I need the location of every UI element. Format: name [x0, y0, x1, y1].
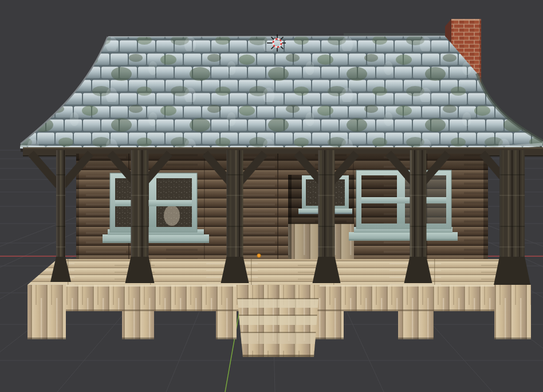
- foundation-pier: [398, 311, 434, 339]
- porch-deck: [27, 259, 519, 285]
- post-shaft: [410, 150, 427, 262]
- post-edge-highlight: [56, 150, 58, 262]
- viewport-3d[interactable]: [0, 0, 543, 392]
- foundation-pier: [27, 285, 66, 339]
- post-shaft: [318, 150, 335, 262]
- pier-bottom-shadow: [312, 338, 344, 339]
- pier-bottom-shadow: [398, 338, 434, 339]
- cabin-object[interactable]: [20, 19, 543, 357]
- foundation-pier: [122, 311, 154, 339]
- foundation-pier: [216, 311, 237, 339]
- pier-bottom-shadow: [122, 338, 154, 339]
- front-steps: [234, 285, 321, 357]
- pier-bottom-shadow: [494, 338, 531, 339]
- post-shaft: [499, 150, 525, 262]
- post-base: [494, 257, 530, 285]
- foundation-pier: [494, 285, 531, 339]
- object-origin-point[interactable]: [257, 254, 261, 257]
- post-edge-highlight: [410, 150, 412, 262]
- window-left: [103, 173, 209, 243]
- pier-bottom-shadow: [27, 338, 66, 339]
- pier-bottom-shadow: [216, 338, 237, 339]
- post-shaft: [227, 150, 243, 262]
- post-edge-highlight: [318, 150, 320, 262]
- roof-ridge-edge: [108, 36, 445, 37]
- post-edge-highlight: [499, 150, 501, 262]
- window-right: [349, 170, 458, 241]
- post-shaft: [131, 150, 149, 262]
- post-edge-highlight: [131, 150, 133, 262]
- post-edge-highlight: [227, 150, 229, 262]
